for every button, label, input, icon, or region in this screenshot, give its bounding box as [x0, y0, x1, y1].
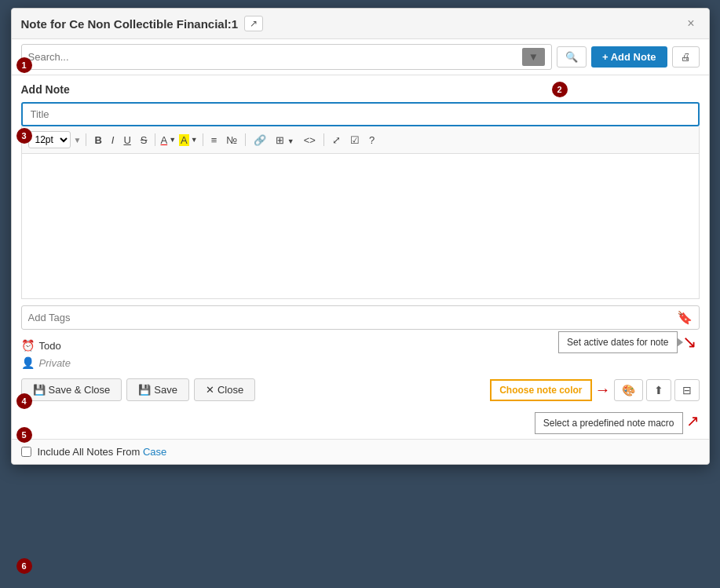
search-toolbar: ▼ 🔍 + Add Note 🖨 [12, 39, 709, 75]
note-modal: 1 2 3 4 5 6 Note for Ce Non Collectible … [11, 8, 710, 465]
save-icon: 💾 [138, 384, 151, 396]
strikethrough-button[interactable]: S [137, 133, 151, 148]
options-left: ⏰ Todo 👤 Private [21, 339, 71, 369]
color-palette-icon: 🎨 [622, 384, 635, 396]
code-button[interactable]: <> [301, 133, 319, 148]
help-button[interactable]: ? [366, 133, 378, 148]
table-button[interactable]: ⊞ ▼ [272, 133, 298, 148]
font-color-label: A [160, 134, 167, 146]
fullscreen-button[interactable]: ⤢ [329, 133, 344, 148]
step-bubble-3: 3 [16, 128, 32, 144]
search-button[interactable]: 🔍 [557, 46, 587, 68]
editor-body[interactable] [21, 154, 700, 299]
modal-header: Note for Ce Non Collectible Financial:1 … [12, 9, 709, 39]
save-close-icon: 💾 [33, 384, 46, 396]
font-color-button[interactable]: A ▼ [160, 134, 176, 146]
print-button[interactable]: 🖨 [672, 46, 700, 68]
search-icon: 🔍 [565, 51, 578, 63]
select-macro-tooltip: Select a predefined note macro [535, 412, 683, 434]
toolbar-divider-5 [323, 133, 324, 146]
include-all-notes-label: Include All Notes From Case [38, 446, 167, 458]
print-icon: 🖨 [681, 51, 691, 63]
search-input-wrap: ▼ [21, 44, 553, 70]
add-note-section: Add Note 12pt 10pt 14pt 16pt ▼ B I U S A [12, 75, 709, 299]
private-label: Private [39, 357, 71, 369]
highlight-label: A [179, 134, 189, 146]
bookmark-icon[interactable]: 🔖 [677, 310, 693, 325]
font-color-chevron: ▼ [169, 136, 176, 144]
tags-input[interactable] [28, 312, 677, 323]
add-note-button[interactable]: + Add Note [591, 46, 667, 68]
numbered-list-button[interactable]: № [223, 133, 240, 148]
todo-label: Todo [39, 340, 61, 352]
include-all-notes-checkbox[interactable] [21, 447, 31, 457]
link-button[interactable]: 🔗 [250, 133, 269, 148]
toolbar-divider-4 [245, 133, 246, 146]
highlight-color-button[interactable]: A ▼ [179, 134, 198, 146]
bullet-list-button[interactable]: ≡ [208, 133, 221, 148]
save-close-button[interactable]: 💾 Save & Close [21, 378, 122, 401]
macro-button[interactable]: ⊟ [674, 379, 700, 401]
editor-toolbar: 12pt 10pt 14pt 16pt ▼ B I U S A ▼ A [21, 126, 700, 154]
step-bubble-6: 6 [16, 558, 32, 574]
set-active-dates-tooltip: Set active dates for note [558, 331, 677, 353]
arrow-to-macro: ↗ [686, 411, 700, 430]
right-action-buttons: Choose note color → 🎨 ⬆ ⊟ [490, 379, 699, 401]
modal-close-button[interactable]: × [682, 15, 699, 32]
task-list-button[interactable]: ☑ [347, 133, 363, 148]
step-bubble-5: 5 [16, 427, 32, 443]
chevron-down-icon: ▼ [74, 136, 82, 144]
private-option: 👤 Private [21, 356, 71, 369]
font-size-select[interactable]: 12pt 10pt 14pt 16pt [28, 131, 71, 148]
close-label: Close [217, 384, 243, 396]
choose-color-tooltip: Choose note color [490, 379, 591, 401]
modal-title: Note for Ce Non Collectible Financial:1 … [21, 16, 264, 31]
upload-icon: ⬆ [654, 384, 663, 396]
private-icon: 👤 [21, 356, 35, 369]
macro-icon: ⊟ [682, 384, 692, 396]
add-note-label: Add Note [21, 83, 700, 96]
save-close-label: Save & Close [49, 384, 111, 396]
upload-button[interactable]: ⬆ [646, 379, 671, 401]
save-label: Save [154, 384, 177, 396]
color-picker-button[interactable]: 🎨 [614, 379, 643, 401]
highlight-chevron: ▼ [191, 136, 198, 144]
note-title-input[interactable] [21, 102, 700, 126]
todo-option: ⏰ Todo [21, 339, 71, 352]
toolbar-divider-1 [86, 133, 86, 146]
footer-row: Include All Notes From Case [12, 439, 709, 464]
todo-icon: ⏰ [21, 339, 35, 352]
step-bubble-1: 1 [16, 57, 32, 73]
toolbar-divider-2 [155, 133, 155, 146]
toolbar-divider-3 [203, 133, 203, 146]
tags-row: 🔖 [21, 305, 700, 330]
action-buttons-row: 💾 Save & Close 💾 Save ✕ Close Choose not… [12, 372, 709, 407]
step-bubble-2: 2 [552, 82, 568, 97]
italic-button[interactable]: I [108, 133, 118, 148]
search-dropdown-button[interactable]: ▼ [522, 48, 545, 66]
search-input[interactable] [28, 51, 522, 63]
bold-button[interactable]: B [91, 133, 104, 148]
arrow-to-color: → [595, 381, 611, 399]
underline-button[interactable]: U [120, 133, 133, 148]
modal-title-text: Note for Ce Non Collectible Financial:1 [21, 17, 239, 31]
save-button[interactable]: 💾 Save [126, 378, 189, 401]
close-button[interactable]: ✕ Close [194, 378, 255, 401]
arrow-to-active-dates: ↘ [682, 332, 696, 352]
close-icon: ✕ [206, 384, 214, 396]
left-action-buttons: 💾 Save & Close 💾 Save ✕ Close [21, 378, 256, 401]
external-link-button[interactable]: ↗ [244, 16, 263, 31]
step-bubble-4: 4 [16, 393, 32, 409]
options-row: ⏰ Todo 👤 Private Set active dates for no… [12, 336, 709, 372]
case-link[interactable]: Case [143, 446, 166, 458]
